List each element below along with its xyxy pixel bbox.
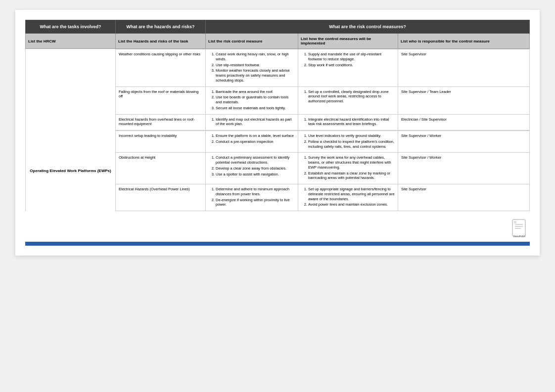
responsible-cell-0-1: Site Supervisor / Team Leader [398, 87, 529, 114]
task-cell-1: Operating Elevated Work Platforms (EWPs) [26, 131, 116, 211]
list-item: Determine and adhere to minimum approach… [216, 187, 295, 197]
footer-bar [25, 242, 530, 246]
header-col1: What are the tasks involved? [26, 20, 116, 33]
list-item: Stop work if wet conditions. [308, 63, 395, 68]
list-item: Use a spotter to assist with navigation. [216, 172, 295, 177]
group-0: Weather conditions causing slipping or o… [25, 49, 530, 131]
list-item: De-energize if working within proximity … [216, 198, 295, 208]
control-cell-0-1: Barricade the area around the roof.Use t… [206, 87, 298, 114]
header-col2: What are the hazards and risks? [116, 20, 206, 33]
list-item: Secure all loose materials and tools tig… [216, 106, 295, 111]
control-cell-1-1: Conduct a preliminary assessment to iden… [206, 153, 298, 184]
data-row-0-2: Electrical hazards from overhead lines o… [116, 115, 529, 131]
header-col3: What are the risk control measures? [206, 20, 529, 33]
implement-cell-1-0: Use level indicators to verify ground st… [298, 131, 398, 152]
control-cell-1-0: Ensure the platform is on a stable, leve… [206, 131, 298, 152]
sub-header-responsible: List who is responsible for the control … [398, 34, 529, 48]
implement-cell-0-2: Integrate electrical hazard identificati… [298, 115, 398, 131]
list-item: Identify and map out electrical hazards … [216, 117, 295, 127]
implement-cell-0-1: Set up a controlled, clearly designated … [298, 87, 398, 114]
list-item: Set up appropriate signage and barriers/… [308, 187, 395, 201]
data-row-1-1: Obstructions at HeightConduct a prelimin… [116, 153, 529, 184]
control-cell-1-2: Determine and adhere to minimum approach… [206, 184, 298, 211]
implement-cell-1-2: Set up appropriate signage and barriers/… [298, 184, 398, 211]
list-item: Use toe boards or guardrails to contain … [216, 95, 295, 105]
list-item: Survey the work area for any overhead ca… [308, 155, 395, 170]
list-item: Integrate electrical hazard identificati… [308, 117, 395, 127]
list-item: Ensure the platform is on a stable, leve… [216, 133, 295, 138]
hazard-cell-0-1: Falling objects from the roof or materia… [116, 87, 206, 114]
sub-header-control: List the risk control measure [206, 34, 298, 48]
list-item: Develop a clear zone away from obstacles… [216, 166, 295, 171]
docuflex-icon: DocuFLEX [510, 218, 530, 238]
implement-cell-0-0: Supply and mandate the use of slip-resis… [298, 49, 398, 87]
responsible-cell-1-0: Site Supervisor / Worker [398, 131, 529, 152]
hazard-cell-1-2: Electrical Hazards (Overhead Power Lines… [116, 184, 206, 211]
data-row-0-1: Falling objects from the roof or materia… [116, 87, 529, 115]
hazard-cell-1-1: Obstructions at Height [116, 153, 206, 184]
list-item: Follow a checklist to inspect the platfo… [308, 139, 395, 149]
sub-header-implement: List how the control measures will be im… [298, 34, 398, 48]
data-row-0-0: Weather conditions causing slipping or o… [116, 49, 529, 87]
list-item: Set up a controlled, clearly designated … [308, 89, 395, 104]
control-cell-0-2: Identify and map out electrical hazards … [206, 115, 298, 131]
responsible-cell-0-2: Electrician / Site Supervisor [398, 115, 529, 131]
list-item: Monitor weather forecasts closely and ad… [216, 68, 295, 83]
data-row-1-0: Incorrect setup leading to instabilityEn… [116, 131, 529, 153]
task-cell-0 [26, 49, 116, 131]
sub-header-hazards: List the Hazards and risks of the task [116, 34, 206, 48]
list-item: Supply and mandate the use of slip-resis… [308, 52, 395, 62]
list-item: Establish and maintain a clear zone by m… [308, 171, 395, 181]
list-item: Barricade the area around the roof. [216, 89, 295, 94]
hazard-cell-0-2: Electrical hazards from overhead lines o… [116, 115, 206, 131]
sub-header-hrcw: List the HRCW [26, 34, 116, 48]
svg-text:DocuFLEX: DocuFLEX [513, 235, 526, 238]
group-1: Operating Elevated Work Platforms (EWPs)… [25, 131, 530, 211]
data-row-1-2: Electrical Hazards (Overhead Power Lines… [116, 184, 529, 211]
control-cell-0-0: Cease work during heavy rain, snow, or h… [206, 49, 298, 87]
list-item: Avoid power lines and maintain exclusion… [308, 202, 395, 207]
list-item: Cease work during heavy rain, snow, or h… [216, 52, 295, 62]
list-item: Conduct a preliminary assessment to iden… [216, 155, 295, 165]
responsible-cell-0-0: Site Supervisor [398, 49, 529, 87]
svg-rect-5 [514, 221, 516, 223]
hazard-cell-1-0: Incorrect setup leading to instability [116, 131, 206, 152]
list-item: Conduct a pre-operation inspection [216, 139, 295, 144]
list-item: Use slip-resistant footwear. [216, 63, 295, 68]
hazard-cell-0-0: Weather conditions causing slipping or o… [116, 49, 206, 87]
responsible-cell-1-1: Site Supervisor / Worker [398, 153, 529, 184]
docuflex-logo: DocuFLEX [25, 218, 530, 239]
responsible-cell-1-2: Site Supervisor [398, 184, 529, 211]
list-item: Use level indicators to verify ground st… [308, 133, 395, 138]
implement-cell-1-1: Survey the work area for any overhead ca… [298, 153, 398, 184]
